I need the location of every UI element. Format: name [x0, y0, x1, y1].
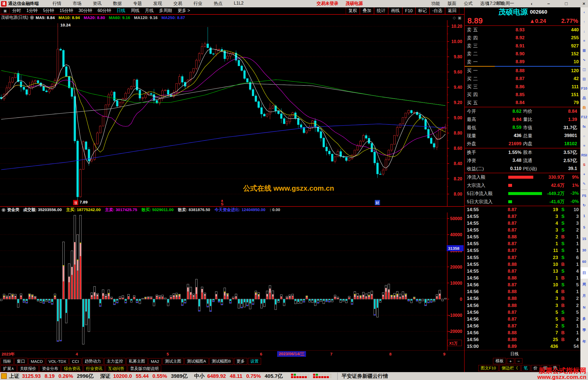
order-book-row[interactable]: 买四8.85151: [467, 91, 579, 99]
order-book-row[interactable]: 买二8.8742: [467, 75, 579, 83]
tick-row[interactable]: 14:568.8710S5: [467, 282, 579, 288]
s-icon[interactable]: S: [580, 160, 588, 169]
menu-item-数据[interactable]: 数据: [113, 1, 122, 7]
strip-period-多[interactable]: 多: [580, 313, 588, 324]
tick-row[interactable]: 14:568.883B2: [467, 302, 579, 309]
wave-icon[interactable]: ≈: [580, 141, 588, 150]
toolbar-button-F10[interactable]: F10: [402, 7, 415, 14]
panel-period-label[interactable]: 日线: [508, 351, 521, 357]
indicator-tab-设置[interactable]: 设置: [248, 358, 261, 365]
tick-row[interactable]: 14:568.884B1: [467, 288, 579, 295]
collapse-icon[interactable]: ∨: [30, 16, 34, 20]
tree-icon[interactable]: 品: [580, 93, 588, 103]
tick-row[interactable]: 14:558.8810B1: [467, 261, 579, 268]
f10-icon[interactable]: F10: [580, 84, 588, 93]
strip-period-1[interactable]: 1: [580, 210, 588, 221]
tick-row[interactable]: 14:568.881B1: [467, 275, 579, 281]
order-book-row[interactable]: 卖四8.92255: [467, 34, 579, 42]
period-tab-5分钟[interactable]: 5分钟: [43, 8, 54, 14]
index-quote-深证[interactable]: 深证10200.055.440.55%3989亿: [100, 373, 191, 380]
indicator-tab-私募主图[interactable]: 私募主图: [126, 358, 148, 365]
indicator-tab-VOL-TDX[interactable]: VOL-TDX: [46, 358, 69, 364]
order-book-row[interactable]: 买三8.86111: [467, 83, 579, 91]
menu-item-发现[interactable]: 发现: [153, 1, 162, 7]
order-book-row[interactable]: 卖二8.90152: [467, 50, 579, 58]
toolbar-button-复权[interactable]: 复权: [346, 7, 360, 14]
chart-corner-icons[interactable]: ◇ ▣: [453, 16, 461, 20]
tick-row[interactable]: 14:558.8719S10: [467, 206, 579, 213]
tick-row[interactable]: 14:558.873S3: [467, 213, 579, 220]
f5-icon[interactable]: F5: [580, 191, 588, 200]
tick-row[interactable]: 14:558.8711S1: [467, 247, 579, 254]
period-tab-15分钟[interactable]: 15分钟: [60, 8, 73, 14]
extension-tab-资金分布[interactable]: 资金分布: [39, 365, 61, 372]
strip-period-年[interactable]: 年: [580, 336, 588, 347]
subchart-name[interactable]: 资金类: [7, 207, 19, 212]
strip-period-N[interactable]: N: [580, 302, 588, 313]
index-quote-上证[interactable]: 上证3125.938.190.26%2996亿: [9, 373, 97, 380]
table-icon[interactable]: ▦: [580, 45, 588, 55]
close-button[interactable]: ×: [583, 1, 585, 7]
tick-row[interactable]: 15:008.8943654: [467, 343, 579, 350]
formula-icon[interactable]: fx: [580, 122, 588, 131]
period-tab-更多 >[interactable]: 更多 >: [177, 8, 190, 14]
menu-item-热点[interactable]: 热点: [214, 1, 222, 7]
period-tab-1分钟[interactable]: 1分钟: [26, 8, 38, 14]
period-tab-分时[interactable]: 分时: [12, 8, 21, 14]
period-tab-周线[interactable]: 周线: [131, 8, 139, 14]
extension-tab-扩展∧[interactable]: 扩展∧: [1, 365, 17, 372]
indicator-tab-更多[interactable]: 更多: [234, 358, 247, 365]
indicator-tab-趋势动力[interactable]: 趋势动力: [82, 358, 103, 365]
order-book-row[interactable]: 买五8.8479: [467, 99, 579, 107]
rsi-icon[interactable]: RSI: [580, 150, 588, 160]
indicator-tab-指标[interactable]: 指标: [1, 358, 14, 365]
tick-row[interactable]: 14:558.871S1: [467, 241, 579, 247]
indicator-tab-CCI[interactable]: CCI: [69, 358, 81, 364]
menu-item-交易[interactable]: 交易: [173, 1, 182, 7]
strip-period-周[interactable]: 周: [580, 279, 588, 290]
indicator-tab-MACD[interactable]: MACD: [28, 358, 45, 364]
indicator-tab-测试幅图A[interactable]: 测试幅图A: [185, 358, 209, 365]
minimize-button[interactable]: –: [547, 1, 550, 7]
money-flow-bar-chart[interactable]: 50000400003000020000100000-10000-2000031…: [0, 212, 464, 350]
strip-period-季[interactable]: 季: [580, 324, 588, 336]
indicator-tab-主力监控[interactable]: 主力监控: [104, 358, 125, 365]
tick-row[interactable]: 14:568.887B1: [467, 330, 579, 336]
tick-list[interactable]: 14:558.8719S1014:558.873S314:558.874S314…: [465, 206, 581, 350]
tick-row[interactable]: 14:558.882B1: [467, 234, 579, 241]
menu-item-专题[interactable]: 专题: [133, 1, 142, 7]
extension-tab-综合资讯[interactable]: 综合资讯: [62, 365, 83, 372]
extension-tab-互动问答[interactable]: 互动问答: [106, 365, 127, 372]
strip-period-日[interactable]: 日: [580, 267, 588, 279]
tick-row[interactable]: 14:568.872S1: [467, 323, 579, 329]
tick-row[interactable]: 14:558.8713S4: [467, 268, 579, 275]
move-icon[interactable]: +: [580, 169, 588, 179]
self-icon[interactable]: 自: [580, 103, 588, 112]
menu-item-公式[interactable]: 公式: [464, 1, 473, 7]
window-layout-icon[interactable]: ▣: [1, 8, 10, 14]
order-book-row[interactable]: 买一8.88120: [467, 67, 579, 75]
alert-text[interactable]: 茂硕电源: [345, 1, 363, 6]
main-candle-chart[interactable]: 10.2010.009.809.609.409.209.008.808.608.…: [0, 20, 464, 206]
collapse-icon[interactable]: ∨: [2, 208, 5, 212]
strip-period-月[interactable]: 月: [580, 290, 588, 302]
template-button[interactable]: 模板: [493, 358, 506, 364]
tick-row[interactable]: 14:568.875B2: [467, 316, 579, 323]
extension-tab-关联报价[interactable]: 关联报价: [17, 365, 39, 372]
back-button[interactable]: ‹: [531, 1, 532, 7]
strip-period-60[interactable]: 60: [580, 256, 588, 267]
indicator-tab-测试幅图B[interactable]: 测试幅图B: [209, 358, 233, 365]
extension-tab-普及版功能说明[interactable]: 普及版功能说明: [128, 365, 161, 372]
period-tab-月线[interactable]: 月线: [145, 8, 154, 14]
tick-row[interactable]: 14:558.8723S6: [467, 254, 579, 261]
sidebar-toggle-button[interactable]: 侧边栏《: [499, 365, 520, 371]
indicator-tab-测试主图[interactable]: 测试主图: [163, 358, 184, 365]
tick-row[interactable]: 14:558.873S2: [467, 227, 579, 233]
alert-text[interactable]: 交易未登录: [317, 1, 338, 6]
app-logo-icon[interactable]: 通: [1, 1, 7, 7]
toolbar-button-画线[interactable]: 画线: [388, 7, 402, 14]
f12-icon[interactable]: F12: [580, 112, 588, 122]
order-book-row[interactable]: 卖五8.93440: [467, 26, 579, 34]
indicator-tab-窗口[interactable]: 窗口: [14, 358, 27, 365]
extension-tab-行业资讯[interactable]: 行业资讯: [84, 365, 105, 372]
